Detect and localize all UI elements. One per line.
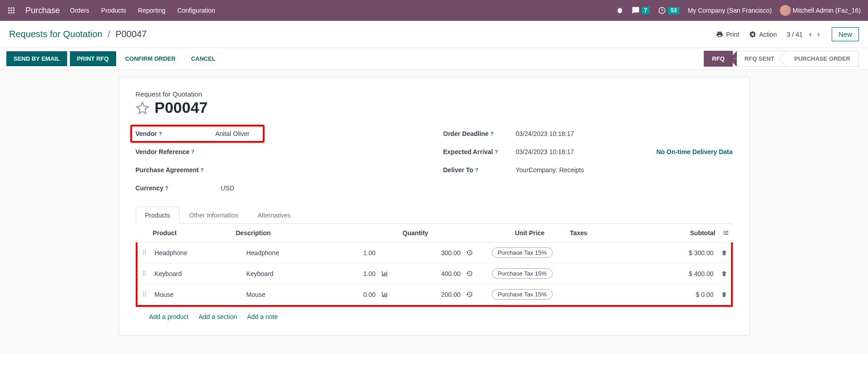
svg-rect-1 bbox=[11, 7, 12, 9]
delete-row-icon[interactable] bbox=[717, 284, 731, 305]
table-row[interactable]: ⠿HeadphoneHeadphone1.00300.00Purchase Ta… bbox=[137, 242, 731, 263]
cell-description[interactable]: Mouse bbox=[243, 284, 334, 305]
forecast-icon[interactable] bbox=[379, 263, 403, 284]
menu-configuration[interactable]: Configuration bbox=[177, 7, 215, 14]
col-unit-price[interactable]: Unit Price bbox=[450, 224, 548, 242]
vendor-value[interactable]: Anital Oliver bbox=[216, 130, 250, 137]
help-icon[interactable]: ? bbox=[159, 131, 162, 136]
help-icon[interactable]: ? bbox=[191, 149, 195, 155]
help-icon[interactable]: ? bbox=[490, 131, 494, 136]
messages-count: 7 bbox=[642, 7, 650, 14]
col-quantity[interactable]: Quantity bbox=[344, 224, 432, 242]
cell-unit-price[interactable]: 400.00 bbox=[403, 263, 464, 284]
app-brand[interactable]: Purchase bbox=[25, 6, 60, 15]
column-settings-icon[interactable] bbox=[719, 224, 733, 242]
price-history-icon[interactable] bbox=[464, 242, 488, 263]
price-history-icon[interactable] bbox=[464, 263, 488, 284]
flow-rfq-sent[interactable]: RFQ SENT bbox=[733, 51, 783, 67]
cell-unit-price[interactable]: 200.00 bbox=[403, 284, 464, 305]
forecast-icon[interactable] bbox=[379, 242, 403, 263]
price-history-icon[interactable] bbox=[464, 284, 488, 305]
vendor-field-highlight: Vendor? Anital Oliver bbox=[130, 125, 265, 143]
tab-products[interactable]: Products bbox=[136, 207, 180, 224]
cell-taxes[interactable]: Purchase Tax 15% bbox=[488, 242, 644, 263]
cell-description[interactable]: Keyboard bbox=[243, 263, 334, 284]
new-button[interactable]: New bbox=[832, 27, 859, 41]
help-icon[interactable]: ? bbox=[495, 149, 498, 155]
deadline-value[interactable]: 03/24/2023 10:18:17 bbox=[516, 130, 574, 137]
cell-product[interactable]: Keyboard bbox=[151, 263, 243, 284]
drag-handle-icon[interactable]: ⠿ bbox=[137, 263, 151, 284]
order-lines-highlight: ⠿HeadphoneHeadphone1.00300.00Purchase Ta… bbox=[136, 242, 733, 307]
col-taxes[interactable]: Taxes bbox=[566, 224, 632, 242]
print-button[interactable]: Print bbox=[716, 31, 739, 38]
control-bar: Requests for Quotation / P00047 Print Ac… bbox=[0, 21, 868, 48]
svg-rect-2 bbox=[13, 7, 15, 9]
status-flow: RFQ RFQ SENT PURCHASE ORDER bbox=[704, 51, 859, 67]
messages-button[interactable]: 7 bbox=[632, 6, 650, 15]
deadline-label: Order Deadline bbox=[443, 130, 489, 137]
flow-rfq[interactable]: RFQ bbox=[704, 51, 732, 67]
print-rfq-button[interactable]: PRINT RFQ bbox=[70, 51, 116, 66]
send-email-button[interactable]: SEND BY EMAIL bbox=[6, 51, 67, 66]
delete-row-icon[interactable] bbox=[717, 263, 731, 284]
star-icon[interactable] bbox=[136, 101, 149, 115]
add-section-link[interactable]: Add a section bbox=[199, 313, 237, 320]
svg-rect-5 bbox=[13, 10, 15, 11]
col-description[interactable]: Description bbox=[232, 224, 344, 242]
apps-icon[interactable] bbox=[7, 6, 15, 15]
menu-products[interactable]: Products bbox=[101, 7, 126, 14]
tab-alternatives[interactable]: Alternatives bbox=[248, 207, 300, 224]
order-lines-table: Product Description Quantity Unit Price … bbox=[136, 224, 733, 242]
main-menu: Orders Products Reporting Configuration bbox=[70, 7, 215, 14]
status-bar: SEND BY EMAIL PRINT RFQ CONFIRM ORDER CA… bbox=[0, 48, 868, 70]
svg-rect-8 bbox=[13, 12, 15, 14]
deliver-value[interactable]: YourCompany: Receipts bbox=[516, 166, 584, 174]
cell-product[interactable]: Headphone bbox=[151, 242, 243, 263]
confirm-order-button[interactable]: CONFIRM ORDER bbox=[119, 51, 182, 66]
debug-icon[interactable] bbox=[616, 7, 623, 14]
help-icon[interactable]: ? bbox=[201, 167, 204, 173]
svg-rect-7 bbox=[11, 12, 12, 14]
cell-taxes[interactable]: Purchase Tax 15% bbox=[488, 263, 644, 284]
ontime-delivery-link[interactable]: No On-time Delivery Data bbox=[656, 148, 732, 155]
form-sheet: Request for Quotation P00047 Vendor? Ani… bbox=[119, 77, 750, 335]
pager: 3 / 41 ‹ › bbox=[787, 29, 822, 39]
add-note-link[interactable]: Add a note bbox=[247, 313, 278, 320]
user-name: Mitchell Admin (Faz_16) bbox=[793, 7, 861, 14]
cell-unit-price[interactable]: 300.00 bbox=[403, 242, 464, 263]
breadcrumb-current: P00047 bbox=[115, 29, 147, 39]
cell-description[interactable]: Headphone bbox=[243, 242, 334, 263]
pager-next-icon[interactable]: › bbox=[815, 29, 822, 39]
forecast-icon[interactable] bbox=[379, 284, 403, 305]
flow-purchase-order[interactable]: PURCHASE ORDER bbox=[782, 51, 859, 67]
help-icon[interactable]: ? bbox=[165, 185, 168, 191]
table-row[interactable]: ⠿MouseMouse0.00200.00Purchase Tax 15%$ 0… bbox=[137, 284, 731, 305]
help-icon[interactable]: ? bbox=[475, 167, 478, 173]
cell-quantity[interactable]: 1.00 bbox=[334, 263, 379, 284]
cell-quantity[interactable]: 1.00 bbox=[334, 242, 379, 263]
user-menu[interactable]: Mitchell Admin (Faz_16) bbox=[780, 5, 861, 16]
tab-other-information[interactable]: Other Information bbox=[180, 207, 248, 224]
add-product-link[interactable]: Add a product bbox=[149, 313, 189, 320]
pager-prev-icon[interactable]: ‹ bbox=[807, 29, 814, 39]
cancel-button[interactable]: CANCEL bbox=[185, 51, 222, 66]
menu-reporting[interactable]: Reporting bbox=[138, 7, 166, 14]
cell-product[interactable]: Mouse bbox=[151, 284, 243, 305]
col-subtotal[interactable]: Subtotal bbox=[632, 224, 719, 242]
table-row[interactable]: ⠿KeyboardKeyboard1.00400.00Purchase Tax … bbox=[137, 263, 731, 284]
cell-taxes[interactable]: Purchase Tax 15% bbox=[488, 284, 644, 305]
arrival-value[interactable]: 03/24/2023 10:18:17 bbox=[516, 148, 574, 155]
drag-handle-icon[interactable]: ⠿ bbox=[137, 284, 151, 305]
drag-handle-icon[interactable]: ⠿ bbox=[137, 242, 151, 263]
cell-quantity[interactable]: 0.00 bbox=[334, 284, 379, 305]
menu-orders[interactable]: Orders bbox=[70, 7, 89, 14]
delete-row-icon[interactable] bbox=[717, 242, 731, 263]
col-product[interactable]: Product bbox=[149, 224, 232, 242]
action-button[interactable]: Action bbox=[749, 31, 777, 38]
pager-text[interactable]: 3 / 41 bbox=[787, 31, 803, 38]
currency-value[interactable]: USD bbox=[221, 184, 235, 192]
breadcrumb-parent[interactable]: Requests for Quotation bbox=[9, 29, 103, 39]
activities-button[interactable]: 53 bbox=[658, 6, 679, 15]
company-switcher[interactable]: My Company (San Francisco) bbox=[688, 7, 772, 14]
